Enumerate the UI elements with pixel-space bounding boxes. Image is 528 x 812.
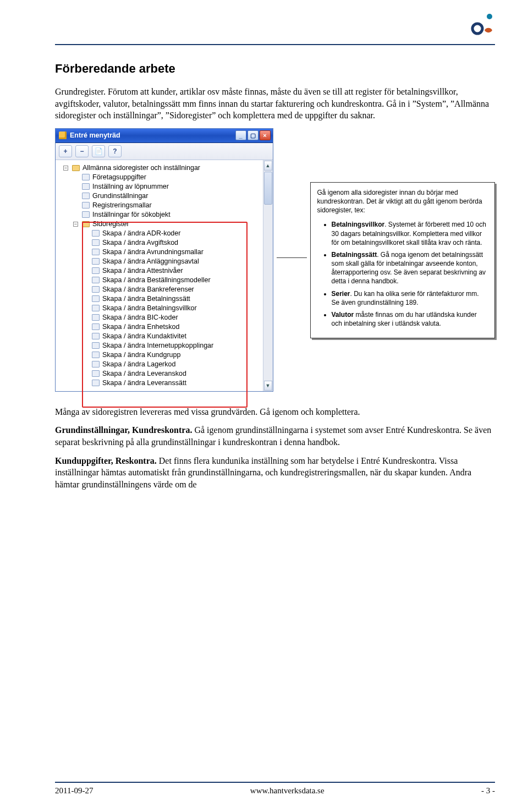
footer-page-number: - 3 - (481, 786, 495, 795)
tree-item[interactable]: Företagsuppgifter (59, 173, 263, 182)
window-toolbar: + − 📄 ? (56, 143, 273, 160)
tree-label: Sidoregister (92, 220, 129, 228)
page-icon (92, 361, 100, 367)
page-icon (92, 333, 100, 339)
tree-item[interactable]: Skapa / ändra Attestnivåer (59, 266, 263, 276)
toolbar-expand-button[interactable]: + (59, 145, 72, 157)
page-icon (92, 314, 100, 321)
footer-date: 2011-09-27 (55, 786, 93, 795)
window-app-icon (59, 131, 67, 139)
tree-group[interactable]: − Allmänna sidoregister och inställninga… (59, 163, 263, 173)
page-icon (92, 277, 100, 283)
callout-item: Betalningsvillkor. Systemet är förberett… (332, 220, 488, 247)
window-minimize-button[interactable]: _ (235, 130, 246, 140)
tree-label: Allmänna sidoregister och inställningar (82, 164, 200, 172)
folder-icon (82, 221, 90, 227)
tree-item[interactable]: Skapa / ändra Kundaktivitet (59, 332, 263, 341)
tree-item[interactable]: Skapa / ändra Bankreferenser (59, 285, 263, 294)
page-icon (92, 258, 100, 265)
svg-point-1 (472, 24, 482, 34)
page-icon (82, 174, 90, 180)
tree-toggle-icon[interactable]: − (63, 166, 68, 171)
page-icon (92, 295, 100, 302)
page-icon (92, 230, 100, 237)
tree-item[interactable]: Skapa / ändra BIC-koder (59, 313, 263, 322)
intro-paragraph: Grundregister. Förutom att kunder, artik… (55, 86, 495, 122)
page-icon (92, 342, 100, 349)
page-icon (92, 305, 100, 311)
callout-list: Betalningsvillkor. Systemet är förberett… (317, 220, 488, 328)
toolbar-help-button[interactable]: ? (108, 145, 122, 157)
toolbar-doc-button[interactable]: 📄 (92, 145, 105, 157)
tree-item[interactable]: Skapa / ändra Betalningsvillkor (59, 304, 263, 313)
tree-item[interactable]: Skapa / ändra Avrundningsmallar (59, 248, 263, 257)
page-icon (82, 193, 90, 199)
body-paragraph-3: Kunduppgifter, Reskontra. Det finns fler… (55, 455, 495, 491)
page-heading: Förberedande arbete (55, 62, 495, 76)
tree-item[interactable]: Inställning av löpnummer (59, 182, 263, 191)
tree-item[interactable]: Skapa / ändra Leveranssätt (59, 378, 263, 388)
tree-item[interactable]: Skapa / ändra Internetuppkopplingar (59, 341, 263, 350)
tree-item[interactable]: Inställningar för sökobjekt (59, 210, 263, 220)
page-footer: 2011-09-27 www.hantverksdata.se - 3 - (55, 777, 495, 795)
page-icon (92, 323, 100, 330)
scrollbar-down-button[interactable]: ▼ (264, 381, 272, 391)
page-icon (92, 249, 100, 255)
menu-tree[interactable]: − Allmänna sidoregister och inställninga… (56, 160, 263, 391)
footer-rule (55, 782, 495, 783)
tree-group[interactable]: − Sidoregister (59, 220, 263, 229)
tree-item[interactable]: Skapa / ändra Avgiftskod (59, 238, 263, 248)
tree-item[interactable]: Grundinställningar (59, 191, 263, 201)
window-close-button[interactable]: × (260, 130, 271, 140)
footer-url: www.hantverksdata.se (250, 786, 324, 795)
tree-item[interactable]: Registreringsmallar (59, 201, 263, 210)
callout-item: Betalningssätt. Gå noga igenom det betal… (332, 250, 488, 286)
page-icon (92, 352, 100, 358)
scrollbar-track[interactable] (263, 205, 273, 380)
page-icon (82, 183, 90, 190)
page-icon (92, 267, 100, 274)
toolbar-collapse-button[interactable]: − (75, 145, 89, 157)
tree-item[interactable]: Skapa / ändra Betalningssätt (59, 294, 263, 304)
window-title: Entré menyträd (70, 131, 120, 139)
body-paragraph-1: Många av sidoregistren levereras med vis… (55, 406, 495, 418)
page-icon (92, 370, 100, 377)
scrollbar-thumb[interactable] (264, 172, 272, 205)
tree-item[interactable]: Skapa / ändra Leveranskod (59, 369, 263, 378)
tree-item[interactable]: Skapa / ändra Anläggningsavtal (59, 257, 263, 266)
tree-scrollbar[interactable]: ▲ ▼ (263, 160, 273, 391)
header-logo (470, 11, 495, 39)
window-titlebar[interactable]: Entré menyträd _ ▢ × (56, 129, 273, 143)
folder-icon (72, 165, 80, 171)
tree-item[interactable]: Skapa / ändra Kundgrupp (59, 350, 263, 360)
tree-item[interactable]: Skapa / ändra Enhetskod (59, 322, 263, 332)
tree-item[interactable]: Skapa / ändra ADR-koder (59, 229, 263, 238)
svg-point-0 (487, 14, 492, 19)
page-icon (92, 239, 100, 246)
header-rule (55, 44, 495, 45)
page-icon (82, 202, 90, 209)
page-icon (92, 380, 100, 386)
page-icon (82, 211, 90, 218)
tree-item[interactable]: Skapa / ändra Lagerkod (59, 360, 263, 369)
page-icon (92, 286, 100, 293)
tree-toggle-icon[interactable]: − (73, 222, 78, 227)
callout-intro: Gå igenom alla sidoregister innan du bör… (317, 188, 488, 215)
callout-item: Valutor måste finnas om du har utländska… (332, 310, 488, 328)
menu-tree-window: Entré menyträd _ ▢ × + − 📄 ? − (55, 128, 273, 392)
callout-box: Gå igenom alla sidoregister innan du bör… (310, 182, 496, 339)
window-maximize-button[interactable]: ▢ (248, 130, 258, 140)
scrollbar-up-button[interactable]: ▲ (264, 161, 272, 171)
callout-item: Serier. Du kan ha olika serie för räntef… (332, 289, 488, 307)
tree-item[interactable]: Skapa / ändra Beställningsmodeller (59, 276, 263, 285)
body-paragraph-2: Grundinställningar, Kundreskontra. Gå ig… (55, 424, 495, 448)
